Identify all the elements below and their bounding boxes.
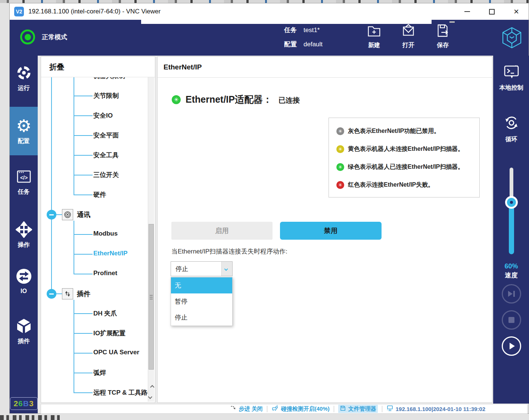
tree-item-io-expansion[interactable]: IO扩展配置 — [93, 329, 125, 337]
mode-status-icon — [20, 29, 35, 44]
save-file-icon — [435, 23, 451, 40]
tree-item-dh-gripper[interactable]: DH 夹爪 — [93, 309, 117, 318]
collision-detection-toggle[interactable]: 碰撞检测开启(40%) — [271, 405, 330, 413]
play-icon — [510, 343, 515, 349]
task-config-info: 任务 test1* 配置 default — [284, 26, 323, 54]
grey-status-icon — [336, 127, 344, 135]
sidebar-item-operate[interactable]: 操作 — [10, 221, 38, 249]
plugin-cube-icon — [15, 317, 32, 335]
collision-robot-icon — [271, 405, 279, 413]
disable-button[interactable]: 禁用 — [280, 222, 382, 240]
desktop-background-sliver — [0, 0, 529, 3]
play-button[interactable] — [502, 336, 521, 356]
tree-item-safety-tool[interactable]: 安全工具 — [93, 151, 119, 159]
dropdown-option-none[interactable]: 无 — [171, 277, 232, 293]
tree-item-robot-limit-clipped[interactable]: 机器人限制 — [93, 77, 125, 81]
tree-item-safety-io[interactable]: 安全IO — [93, 111, 113, 120]
file-manager-icon — [340, 405, 346, 413]
config-tree: 机器人限制 关节限制 安全IO 安全平面 安全工具 三位开关 硬件 通讯 Mod… — [41, 77, 155, 402]
stop-button[interactable] — [502, 310, 521, 330]
tree-item-arc-welding[interactable]: 弧焊 — [93, 368, 106, 377]
local-control-button[interactable]: 本地控制 — [493, 64, 529, 92]
speed-slider[interactable] — [509, 168, 514, 254]
tree-item-three-position-switch[interactable]: 三位开关 — [93, 171, 119, 179]
brand-logo-icon — [501, 27, 523, 49]
antenna-icon — [62, 209, 73, 220]
sidebar-item-io[interactable]: IO — [10, 267, 38, 295]
tree-scrollbar-thumb[interactable] — [149, 224, 154, 370]
sidebar-item-plugin[interactable]: 插件 — [10, 317, 38, 345]
tree-item-remote-tcp[interactable]: 远程 TCP & 工具路径 — [93, 388, 154, 397]
run-target-icon — [16, 64, 32, 82]
loss-action-dropdown[interactable]: 停止 — [171, 261, 233, 276]
tree-branch-line — [74, 221, 74, 274]
loop-button[interactable]: 循环 — [493, 115, 529, 143]
loss-action-dropdown-list: 无 暂停 停止 — [171, 277, 233, 326]
collapse-tree-button[interactable]: 折叠 — [41, 57, 155, 77]
scroll-up-button[interactable] — [148, 382, 154, 392]
minimize-button[interactable] — [455, 3, 479, 20]
dropdown-option-pause[interactable]: 暂停 — [171, 293, 232, 309]
tree-group-plugin[interactable]: 插件 — [62, 288, 90, 299]
tree-scrollbar[interactable] — [148, 77, 154, 402]
tree-item-safety-plane[interactable]: 安全平面 — [93, 131, 119, 140]
window-controls: × — [455, 3, 529, 20]
tree-item-profinet[interactable]: Profinet — [93, 270, 117, 277]
plug-icon — [62, 288, 73, 299]
loss-action-label: 当Ethernet/IP扫描器连接丢失时程序动作: — [171, 247, 287, 256]
panel-title: EtherNet/IP — [158, 57, 492, 78]
file-manager-button[interactable]: 文件管理器 — [338, 405, 378, 413]
speed-label: 速度 — [493, 271, 529, 280]
sidebar-item-task[interactable]: </> 任务 — [10, 168, 38, 196]
adapter-status-headline: Ethernet/IP适配器： 已连接 — [172, 93, 300, 106]
window-titlebar: V2 192.168.1.100 (intel-corei7-64:0) - V… — [10, 3, 529, 20]
network-monitor-icon — [386, 405, 393, 413]
tree-group-communication[interactable]: 通讯 — [62, 209, 90, 220]
slider-handle[interactable] — [505, 196, 518, 209]
step-forward-button[interactable] — [502, 284, 521, 304]
adapter-status-text: 已连接 — [278, 96, 300, 105]
right-control-sidebar: 本地控制 循环 60% 速度 — [493, 56, 529, 404]
slider-track-lower[interactable] — [509, 202, 514, 254]
open-file-icon — [401, 23, 416, 40]
red-status-icon — [336, 181, 344, 189]
terminal-icon — [503, 64, 520, 81]
dropdown-value: 停止 — [171, 262, 221, 276]
maximize-icon — [489, 9, 495, 15]
task-value: test1* — [304, 27, 320, 34]
tree-item-hardware[interactable]: 硬件 — [93, 190, 106, 199]
step-mode-toggle[interactable]: 步进 关闭 — [230, 405, 263, 413]
dropdown-chevron-button[interactable] — [221, 262, 232, 276]
open-button[interactable]: 打开 — [394, 23, 423, 49]
svg-text:</>: </> — [20, 175, 27, 181]
close-button[interactable]: × — [504, 3, 529, 20]
tree-trunk-line — [51, 77, 52, 294]
sidebar-item-config[interactable]: 配置 — [10, 107, 38, 155]
tree-item-opc-ua-server[interactable]: OPC UA Server — [93, 349, 139, 356]
tree-item-joint-limit[interactable]: 关节限制 — [93, 91, 119, 100]
tree-item-ethernet-ip[interactable]: EtherNet/IP — [93, 250, 128, 257]
app-header: 正常模式 任务 test1* 配置 default 新建 — [10, 20, 529, 56]
dropdown-option-stop[interactable]: 停止 — [171, 309, 232, 326]
collapse-comm-group-button[interactable] — [47, 210, 56, 220]
scroll-down-button[interactable] — [148, 392, 154, 402]
move-arrows-icon — [16, 221, 32, 239]
mode-label: 正常模式 — [42, 33, 67, 41]
step-arrow-icon — [230, 405, 237, 413]
legend-row-grey: 灰色表示EtherNet/IP功能已禁用。 — [336, 122, 476, 140]
collapse-plugin-group-button[interactable] — [47, 289, 56, 299]
enable-button[interactable]: 启用 — [171, 222, 273, 240]
io-arrows-icon — [15, 267, 32, 285]
status-legend-box: 灰色表示EtherNet/IP功能已禁用。 黄色表示机器人未连接EtherNet… — [329, 118, 480, 197]
tree-item-modbus[interactable]: Modbus — [93, 230, 118, 237]
task-label: 任务 — [284, 26, 297, 34]
legend-row-red: 红色表示连接EtherNet/IP失败。 — [336, 176, 476, 194]
maximize-button[interactable] — [479, 3, 504, 20]
save-button[interactable]: 保存 — [429, 23, 457, 49]
left-nav-sidebar: 运行 配置 </> 任务 操作 — [10, 56, 38, 413]
tree-branch-line — [74, 77, 74, 195]
config-value: default — [304, 41, 323, 48]
adapter-title: Ethernet/IP适配器： — [186, 93, 272, 106]
sidebar-item-run[interactable]: 运行 — [10, 64, 38, 92]
new-button[interactable]: 新建 — [360, 23, 388, 49]
